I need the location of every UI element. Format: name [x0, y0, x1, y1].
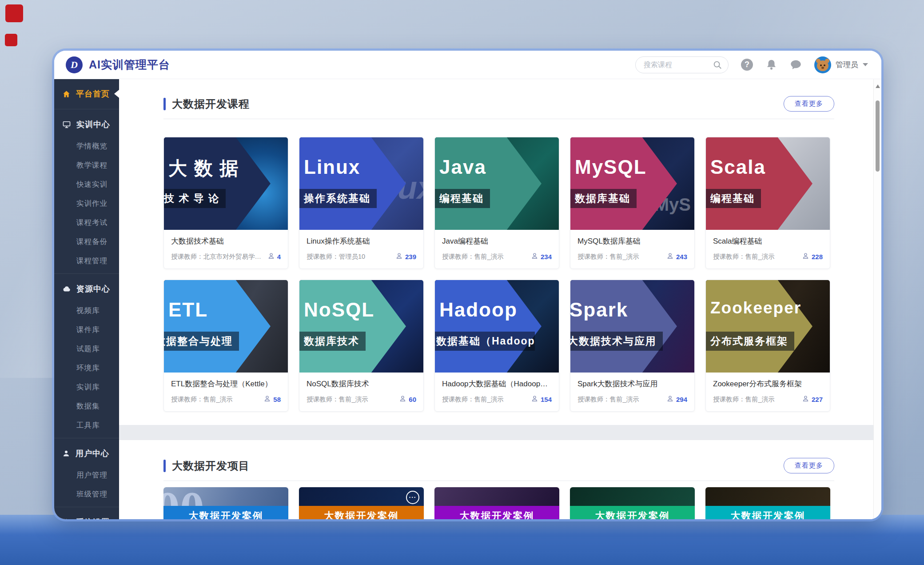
course-title: Hadoop大数据基础（Hadoop3） [442, 379, 552, 389]
sidebar-subitem[interactable]: 环境库 [54, 358, 119, 377]
desktop-red-marker [5, 34, 17, 46]
cover-big-title: Zookeeper [710, 299, 801, 317]
course-teacher: 授课教师：售前_演示 [713, 252, 802, 261]
cover-subtitle: 编程基础 [706, 189, 761, 208]
sidebar-item-cloud[interactable]: 资源中心 [54, 277, 119, 301]
cover-arrow [570, 137, 694, 230]
project-banner-label: 大数据开发案例 [570, 506, 695, 519]
projects-section-title: 大数据开发项目 [172, 459, 250, 473]
cover-big-title: Linux [304, 156, 360, 178]
cover-subtitle: 编程基础 [435, 189, 490, 208]
sidebar-subitem[interactable]: 用户管理 [54, 465, 119, 485]
course-card[interactable]: Hadoop 大数据基础（Hadoop3） Hadoop大数据基础（Hadoop… [434, 280, 559, 412]
project-image: 00 [163, 487, 288, 506]
course-title: Spark大数据技术与应用 [578, 379, 687, 389]
cover-arrow [435, 280, 559, 373]
sidebar-divider [54, 273, 119, 274]
cover-big-title: ETL [168, 299, 208, 321]
project-card[interactable]: ··· 大数据开发案例 [299, 487, 424, 519]
sidebar-item-monitor[interactable]: 实训中心 [54, 112, 119, 136]
course-card[interactable]: NoSQL 数据库技术 NoSQL数据库技术 授课教师：售前_演示 60 [299, 280, 424, 412]
course-cover: 大 数 据 技 术 导 论 [164, 137, 288, 230]
sidebar-item-user[interactable]: 用户中心 [54, 441, 119, 465]
course-cover: Scala 编程基础 [706, 137, 830, 230]
course-card[interactable]: Zookeeper 分布式服务框架 Zookeeper分布式服务框架 授课教师：… [705, 280, 830, 412]
chat-icon[interactable] [790, 59, 802, 71]
sidebar-subitem[interactable]: 实训作业 [54, 194, 119, 213]
cover-arrow [435, 137, 559, 230]
courses-more-button[interactable]: 查看更多 [784, 96, 834, 112]
cover-big-title: Java [439, 156, 486, 178]
scrollbar[interactable] [873, 79, 881, 519]
sidebar-divider [54, 507, 119, 507]
course-cover: MyS MySQL 数据库基础 [570, 137, 694, 230]
cover-big-title: Spark [570, 299, 628, 321]
person-icon [395, 252, 403, 261]
course-card[interactable]: Java 编程基础 Java编程基础 授课教师：售前_演示 234 [434, 137, 559, 269]
course-card[interactable]: Spark 大数据技术与应用 Spark大数据技术与应用 授课教师：售前_演示 … [570, 280, 695, 412]
app-title: AI实训管理平台 [89, 57, 170, 72]
sidebar-subitem[interactable]: 教学课程 [54, 156, 119, 175]
course-cover: Zookeeper 分布式服务框架 [706, 280, 830, 373]
main-content: 大数据开发课程 查看更多 大 数 据 技 术 导 论 大数据技术基础 授课教师：… [119, 79, 881, 519]
project-card[interactable]: 大数据开发案例 [570, 487, 695, 519]
search-icon[interactable] [713, 60, 722, 72]
course-card[interactable]: Scala 编程基础 Scala编程基础 授课教师：售前_演示 228 [705, 137, 830, 269]
sidebar-subitem[interactable]: 工具库 [54, 416, 119, 435]
scrollbar-thumb[interactable] [876, 100, 880, 172]
user-menu[interactable]: 管理员 [814, 56, 868, 73]
course-view-count: 60 [399, 395, 416, 404]
course-title: Linux操作系统基础 [307, 236, 416, 246]
person-icon [263, 395, 271, 404]
section-divider [163, 119, 834, 119]
cover-subtitle: 操作系统基础 [299, 189, 377, 208]
sidebar-item-home[interactable]: 平台首页 [54, 82, 119, 106]
course-card[interactable]: Linux Linux 操作系统基础 Linux操作系统基础 授课教师：管理员1… [299, 137, 424, 269]
project-card[interactable]: 大数据开发案例 [705, 487, 830, 519]
project-banner-label: 大数据开发案例 [434, 506, 559, 519]
sidebar-subitem[interactable]: 数据集 [54, 397, 119, 416]
project-banner-label: 大数据开发案例 [299, 506, 424, 519]
course-teacher: 授课教师：售前_演示 [578, 252, 666, 261]
cover-big-title: Hadoop [439, 299, 518, 321]
course-teacher: 授课教师：售前_演示 [442, 395, 531, 404]
course-card[interactable]: 大 数 据 技 术 导 论 大数据技术基础 授课教师：北京市对外贸易学校教...… [163, 137, 288, 269]
course-card[interactable]: MyS MySQL 数据库基础 MySQL数据库基础 授课教师：售前_演示 24… [570, 137, 695, 269]
help-icon[interactable]: ? [741, 59, 753, 71]
person-icon [531, 395, 538, 404]
notification-bell-icon[interactable] [765, 59, 777, 71]
course-view-count: 228 [802, 252, 823, 261]
project-card[interactable]: 大数据开发案例 [434, 487, 559, 519]
course-cover: ETL 数据整合与处理 [164, 280, 288, 373]
person-icon [399, 395, 406, 404]
sidebar-subitem[interactable]: 课程考试 [54, 213, 119, 232]
desktop-bottom-band [0, 515, 924, 565]
sidebar-subitem[interactable]: 课程管理 [54, 251, 119, 270]
project-card[interactable]: 00 大数据开发案例 [163, 487, 288, 519]
sidebar-subitem[interactable]: 学情概览 [54, 136, 119, 156]
projects-more-button[interactable]: 查看更多 [784, 458, 834, 473]
sidebar-divider [54, 438, 119, 438]
sidebar-item-gear[interactable]: 系统设置 [54, 510, 119, 519]
project-ghost-text: 00 [163, 487, 204, 506]
course-title: MySQL数据库基础 [578, 236, 687, 246]
projects-section: 大数据开发项目 查看更多 00 大数据开发案例 ··· 大数据开发案例 大数 [119, 440, 873, 519]
cover-subtitle: 数据整合与处理 [164, 332, 239, 351]
sidebar-subitem[interactable]: 课件库 [54, 320, 119, 339]
person-icon [666, 252, 674, 261]
course-card[interactable]: ETL 数据整合与处理 ETL数据整合与处理（Kettle） 授课教师：售前_演… [163, 280, 288, 412]
sidebar-subitem[interactable]: 班级管理 [54, 485, 119, 504]
user-icon [62, 449, 70, 457]
scrollbar-up-arrow[interactable] [876, 84, 880, 88]
course-view-count: 4 [267, 252, 281, 261]
course-title: NoSQL数据库技术 [307, 379, 416, 389]
sidebar-subitem[interactable]: 课程备份 [54, 232, 119, 251]
sidebar-subitem[interactable]: 快速实训 [54, 175, 119, 194]
sidebar-subitem[interactable]: 实训库 [54, 377, 119, 397]
sidebar-subitem[interactable]: 视频库 [54, 301, 119, 320]
course-view-count: 243 [666, 252, 687, 261]
course-view-count: 58 [263, 395, 281, 404]
app-logo[interactable]: D [66, 56, 83, 73]
sidebar-subitem[interactable]: 试题库 [54, 339, 119, 358]
cover-arrow [164, 137, 288, 230]
